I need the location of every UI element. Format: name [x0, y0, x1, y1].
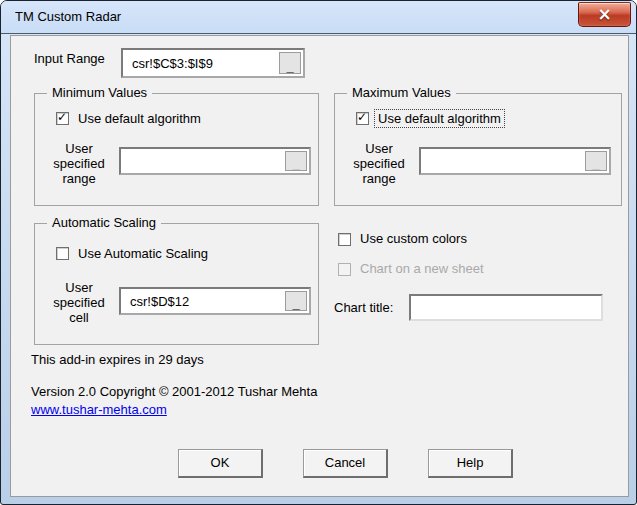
refedit-collapse-icon: _	[286, 299, 306, 309]
automatic-scaling-title: Automatic Scaling	[47, 215, 161, 230]
scaling-refedit-button[interactable]: _	[285, 291, 307, 311]
max-default-algorithm-checkbox[interactable]: ✓	[356, 112, 369, 125]
max-default-algorithm-label[interactable]: Use default algorithm	[375, 110, 504, 127]
dialog-window: TM Custom Radar × Input Range _ Minimum …	[0, 0, 637, 505]
chart-new-sheet-label: Chart on a new sheet	[360, 261, 484, 276]
refedit-collapse-icon: _	[286, 159, 306, 169]
chart-title-label: Chart title:	[334, 300, 393, 315]
max-refedit-button[interactable]: _	[585, 151, 607, 171]
min-user-range-input[interactable]	[121, 149, 309, 173]
check-icon: ✓	[357, 110, 367, 124]
use-automatic-scaling-label[interactable]: Use Automatic Scaling	[78, 246, 208, 261]
maximum-values-group: Maximum Values ✓ Use default algorithm U…	[334, 93, 622, 206]
input-range-input[interactable]	[123, 50, 303, 76]
input-range-label: Input Range	[34, 51, 105, 66]
minimum-values-title: Minimum Values	[47, 85, 152, 100]
refedit-collapse-icon: _	[586, 159, 606, 169]
scaling-user-cell-field: _	[119, 287, 311, 315]
website-link[interactable]: www.tushar-mehta.com	[31, 402, 167, 417]
input-range-refedit-button[interactable]: _	[279, 52, 301, 74]
ok-button[interactable]: OK	[178, 449, 263, 478]
min-user-range-label: User specified range	[43, 141, 115, 186]
max-user-range-input[interactable]	[421, 149, 609, 173]
window-title: TM Custom Radar	[15, 1, 121, 33]
version-copyright: Version 2.0 Copyright © 2001-2012 Tushar…	[31, 384, 317, 399]
title-bar[interactable]: TM Custom Radar	[1, 1, 636, 34]
use-custom-colors-label[interactable]: Use custom colors	[360, 231, 467, 246]
close-icon: ×	[597, 3, 611, 26]
min-default-algorithm-label[interactable]: Use default algorithm	[78, 111, 201, 126]
input-range-field: _	[121, 48, 305, 78]
refedit-collapse-icon: _	[280, 62, 300, 72]
min-refedit-button[interactable]: _	[285, 151, 307, 171]
max-user-range-field: _	[419, 147, 611, 175]
scaling-user-cell-input[interactable]	[121, 289, 309, 313]
scaling-user-cell-label: User specified cell	[43, 280, 115, 325]
min-default-algorithm-checkbox[interactable]: ✓	[56, 112, 69, 125]
chart-title-input[interactable]	[411, 296, 601, 319]
chart-new-sheet-checkbox	[338, 263, 351, 276]
cancel-button[interactable]: Cancel	[303, 449, 388, 478]
automatic-scaling-group: Automatic Scaling Use Automatic Scaling …	[34, 223, 319, 345]
help-button[interactable]: Help	[428, 449, 513, 478]
chart-title-field	[409, 294, 603, 321]
dialog-body: Input Range _ Minimum Values ✓ Use defau…	[10, 35, 629, 497]
maximum-values-title: Maximum Values	[347, 85, 456, 100]
expiry-notice: This add-in expires in 29 days	[31, 352, 204, 367]
use-custom-colors-checkbox[interactable]	[338, 233, 351, 246]
min-user-range-field: _	[119, 147, 311, 175]
use-automatic-scaling-checkbox[interactable]	[56, 247, 69, 260]
check-icon: ✓	[57, 110, 67, 124]
close-button[interactable]: ×	[578, 2, 631, 27]
max-user-range-label: User specified range	[343, 141, 415, 186]
minimum-values-group: Minimum Values ✓ Use default algorithm U…	[34, 93, 319, 206]
